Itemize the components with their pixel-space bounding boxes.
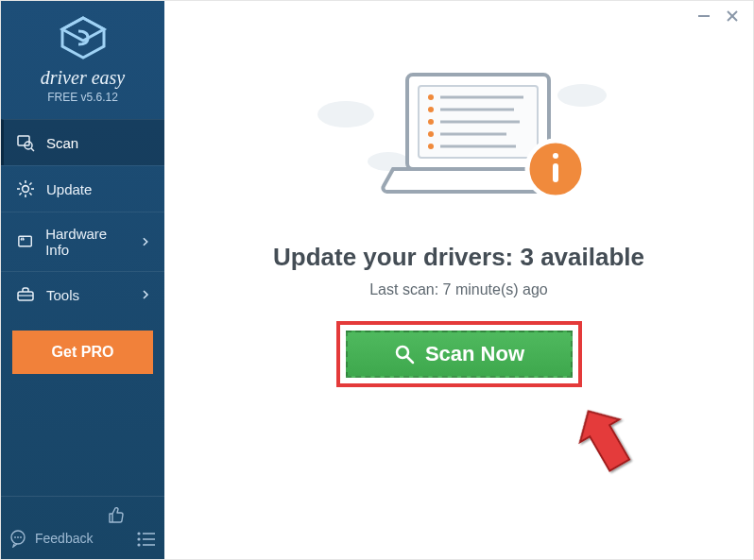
thumbs-up-icon[interactable] — [106, 504, 127, 525]
svg-point-36 — [428, 94, 434, 100]
list-icon[interactable] — [136, 531, 157, 548]
sidebar-item-scan[interactable]: Scan — [1, 119, 164, 165]
svg-marker-3 — [62, 18, 104, 58]
svg-point-31 — [317, 101, 374, 127]
sidebar-item-label: Hardware Info — [45, 226, 130, 258]
svg-point-23 — [17, 536, 19, 538]
svg-line-50 — [407, 357, 413, 363]
speech-icon — [9, 529, 27, 548]
gear-icon — [16, 179, 35, 198]
svg-point-7 — [23, 186, 29, 193]
get-pro-button[interactable]: Get PRO — [12, 331, 153, 374]
sidebar-item-label: Tools — [46, 287, 79, 303]
svg-line-14 — [29, 183, 31, 185]
svg-text:1: 1 — [21, 237, 24, 242]
sidebar-item-label: Update — [46, 181, 92, 197]
sidebar-item-update[interactable]: Update — [1, 165, 164, 212]
svg-point-42 — [428, 131, 434, 137]
tutorial-highlight: Scan Now — [336, 321, 582, 387]
svg-rect-48 — [553, 163, 558, 182]
sidebar-item-tools[interactable]: Tools — [1, 271, 164, 317]
laptop-illustration — [299, 58, 620, 218]
feedback-link[interactable]: Feedback — [9, 529, 93, 548]
magnifier-icon — [393, 343, 416, 365]
toolbox-icon — [16, 285, 35, 304]
sidebar-item-hardware[interactable]: 1 Hardware Info — [1, 212, 164, 271]
svg-point-24 — [20, 536, 22, 538]
svg-rect-4 — [18, 136, 29, 145]
chevron-right-icon — [142, 289, 149, 300]
svg-point-47 — [553, 153, 558, 159]
main-heading: Update your drivers: 3 available — [273, 243, 644, 272]
svg-line-15 — [20, 193, 22, 195]
scan-now-button[interactable]: Scan Now — [346, 331, 573, 378]
svg-point-29 — [137, 543, 140, 546]
last-scan-label: Last scan: 7 minute(s) ago — [369, 281, 548, 298]
svg-point-25 — [137, 532, 140, 535]
svg-line-6 — [31, 148, 34, 151]
feedback-label: Feedback — [35, 531, 93, 546]
app-logo-icon — [59, 16, 108, 59]
svg-point-27 — [137, 537, 140, 540]
scan-icon — [16, 133, 35, 152]
main-panel: Update your drivers: 3 available Last sc… — [164, 1, 753, 559]
svg-point-38 — [428, 107, 434, 112]
svg-point-22 — [14, 536, 16, 538]
sidebar: driver easy FREE v5.6.12 Scan — [1, 1, 164, 559]
chevron-right-icon — [142, 236, 149, 247]
nav: Scan Update 1 — [1, 119, 164, 317]
svg-line-13 — [29, 193, 31, 195]
tutorial-arrow-icon — [571, 398, 656, 492]
svg-point-40 — [428, 119, 434, 125]
version-label: FREE v5.6.12 — [1, 91, 164, 104]
logo-block: driver easy FREE v5.6.12 — [1, 1, 164, 113]
svg-point-44 — [428, 144, 434, 149]
svg-line-12 — [20, 183, 22, 185]
brand-name: driver easy — [1, 67, 164, 89]
hardware-icon: 1 — [16, 232, 34, 251]
scan-now-label: Scan Now — [425, 342, 524, 366]
svg-point-33 — [557, 84, 607, 107]
sidebar-item-label: Scan — [46, 135, 78, 151]
